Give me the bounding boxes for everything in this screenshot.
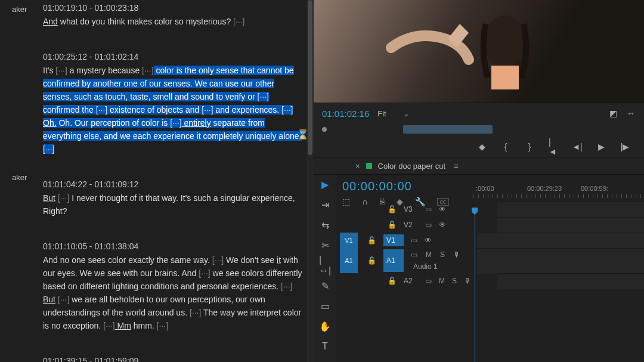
sequence-color-chip (366, 163, 372, 169)
segment-timecode: 01:01:10:05 - 01:01:38:04 (43, 242, 305, 251)
speaker-label[interactable]: aker (12, 173, 27, 182)
step-back-icon[interactable]: ◄| (572, 142, 582, 151)
toggle-output-icon[interactable]: 👁 (439, 221, 446, 229)
sync-lock-icon[interactable]: ▭ (425, 277, 432, 285)
comparison-view-icon[interactable]: ↔ (626, 109, 636, 118)
transcript-segment[interactable]: 01:01:04:22 - 01:01:09:12 But [···] I ne… (43, 180, 305, 218)
track-v2[interactable]: 🔓V2▭👁 (336, 217, 644, 233)
scrollbar-thumb[interactable] (308, 0, 312, 155)
ruler-marker-icon (322, 127, 327, 132)
speaker-label[interactable]: aker (12, 5, 27, 14)
hand-tool-icon[interactable]: ✋ (319, 320, 331, 332)
go-to-in-icon[interactable]: |◄ (549, 142, 558, 151)
lock-icon[interactable]: 🔓 (388, 221, 397, 229)
source-patch-a1[interactable]: A1 (340, 248, 358, 273)
transcript-panel: aker aker 01:00:19:10 - 01:00:23:18 And … (0, 0, 314, 362)
type-tool-icon[interactable]: T (319, 341, 331, 352)
panel-menu-icon[interactable]: ≡ (451, 161, 461, 171)
toggle-output-icon[interactable]: 👁 (425, 236, 432, 245)
timeline-tools: ▶ ⇥ ⇆ ✂ |↔| ✎ ▭ ✋ T (314, 175, 336, 362)
segment-timecode: 01:01:39:15 - 01:01:59:09 (43, 356, 305, 362)
svg-rect-1 (491, 66, 519, 89)
lock-icon[interactable]: 🔓 (388, 205, 397, 214)
speaker-column: aker aker (0, 0, 37, 362)
slip-tool-icon[interactable]: |↔| (319, 259, 331, 271)
segment-timecode: 01:01:04:22 - 01:01:09:12 (43, 180, 305, 189)
close-tab-icon[interactable]: × (355, 162, 360, 171)
step-forward-icon[interactable]: |▶ (620, 142, 630, 151)
ripple-tool-icon[interactable]: ⇆ (319, 219, 331, 231)
lock-icon[interactable]: 🔓 (388, 277, 397, 285)
play-icon[interactable]: ▶ (596, 142, 606, 151)
selection-tool-icon[interactable]: ▶ (319, 178, 331, 190)
track-a2[interactable]: 🔓A2▭MS🎙 (336, 273, 644, 289)
add-marker-icon[interactable]: ◆ (477, 142, 487, 151)
sync-lock-icon[interactable]: ▭ (411, 250, 417, 259)
lock-icon[interactable]: 🔓 (367, 256, 376, 265)
rectangle-tool-icon[interactable]: ▭ (319, 300, 331, 312)
lock-icon[interactable]: 🔓 (367, 236, 376, 245)
sync-lock-icon[interactable]: ▭ (411, 236, 417, 245)
track-label: Audio 1 (413, 262, 460, 271)
transcript-segment[interactable]: 01:01:39:15 - 01:01:59:09 The colors we … (43, 356, 305, 362)
timeline-tracks: 🔓V3▭👁 🔓V2▭👁 V1🔓V1▭👁 A1🔓A1 (336, 198, 644, 289)
transcript-segment[interactable]: 01:01:10:05 - 01:01:38:04 And no one see… (43, 242, 305, 332)
razor-tool-icon[interactable]: ✂ (319, 239, 331, 251)
monitor-timeline-ruler[interactable] (314, 123, 644, 137)
sequence-tab-bar: × Color doc paper cut ≡ (314, 157, 644, 175)
toggle-output-icon[interactable]: 👁 (439, 205, 446, 214)
chevron-down-icon: ⌄ (403, 109, 410, 118)
source-patch-v1[interactable]: V1 (340, 233, 358, 248)
transcript-segment[interactable]: 01:00:19:10 - 01:00:23:18 And what do yo… (43, 3, 305, 28)
track-v3[interactable]: 🔓V3▭👁 (336, 202, 644, 217)
track-v1[interactable]: V1🔓V1▭👁 (336, 233, 644, 248)
sync-lock-icon[interactable]: ▭ (425, 221, 432, 229)
sequence-name[interactable]: Color doc paper cut (378, 162, 445, 171)
track-a1[interactable]: A1🔓A1 ▭MS🎙 Audio 1 (336, 248, 644, 273)
mute-button[interactable]: M (439, 277, 445, 285)
segment-timecode: 01:00:25:12 - 01:01:02:14 (43, 52, 305, 61)
sync-lock-icon[interactable]: ▭ (425, 205, 432, 214)
zoom-fit-dropdown[interactable]: Fit⌄ (377, 109, 409, 118)
pen-tool-icon[interactable]: ✎ (319, 280, 331, 292)
timeline-ruler[interactable]: :00:00 00:00:29:23 00:00:59: (473, 185, 644, 198)
program-monitor[interactable] (314, 0, 644, 103)
voiceover-icon[interactable]: 🎙 (464, 277, 471, 285)
track-select-tool-icon[interactable]: ⇥ (319, 199, 331, 211)
solo-button[interactable]: S (452, 277, 457, 285)
transport-controls: ◆ { } |◄ ◄| ▶ |▶ (314, 137, 644, 157)
video-frame-illustration (379, 6, 534, 95)
mark-in-icon[interactable]: { (501, 142, 510, 151)
monitor-controls-bar: 01:01:02:16 Fit⌄ ◩ ↔ (314, 103, 644, 123)
in-out-range[interactable] (403, 125, 493, 134)
solo-button[interactable]: S (440, 250, 445, 259)
mute-button[interactable]: M (426, 250, 432, 259)
scrollbar[interactable] (306, 0, 314, 362)
svg-point-0 (484, 16, 525, 68)
voiceover-icon[interactable]: 🎙 (453, 250, 460, 259)
mark-out-icon[interactable]: } (525, 142, 534, 151)
monitor-timecode[interactable]: 01:01:02:16 (322, 109, 369, 119)
resolution-toggle-icon[interactable]: ◩ (608, 109, 618, 118)
transcript-segment[interactable]: 01:00:25:12 - 01:01:02:14 It's [···] a m… (43, 52, 305, 156)
segment-timecode: 01:00:19:10 - 01:00:23:18 (43, 3, 305, 13)
